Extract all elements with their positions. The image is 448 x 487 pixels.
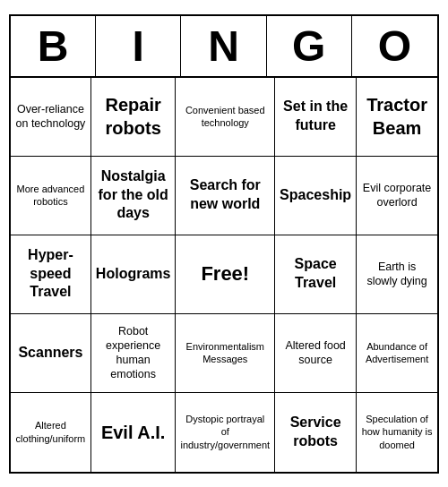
- bingo-cell-8: Spaceship: [275, 157, 357, 235]
- bingo-cell-15: Scanners: [11, 314, 91, 393]
- bingo-cell-12: Free!: [176, 235, 275, 314]
- bingo-cell-4: Tractor Beam: [357, 78, 437, 157]
- header-letter-G: G: [267, 16, 352, 76]
- bingo-cell-22: Dystopic portrayal of industry/governmen…: [176, 393, 275, 472]
- bingo-card: BINGO Over-reliance on technologyRepair …: [9, 14, 439, 474]
- bingo-cell-1: Repair robots: [91, 78, 177, 157]
- bingo-cell-19: Abundance of Advertisement: [357, 314, 437, 393]
- bingo-cell-17: Environmentalism Messages: [176, 314, 275, 393]
- bingo-cell-21: Evil A.I.: [91, 393, 177, 472]
- bingo-cell-24: Speculation of how humanity is doomed: [357, 393, 437, 472]
- bingo-cell-0: Over-reliance on technology: [11, 78, 91, 157]
- header-letter-N: N: [181, 16, 266, 76]
- bingo-cell-18: Altered food source: [275, 314, 357, 393]
- bingo-cell-9: Evil corporate overlord: [357, 157, 437, 235]
- bingo-cell-16: Robot experience human emotions: [91, 314, 177, 393]
- header-letter-I: I: [96, 16, 181, 76]
- bingo-cell-11: Holograms: [91, 235, 177, 314]
- bingo-cell-10: Hyper-speed Travel: [11, 235, 91, 314]
- bingo-header: BINGO: [11, 16, 437, 78]
- header-letter-B: B: [11, 16, 96, 76]
- bingo-cell-5: More advanced robotics: [11, 157, 91, 235]
- bingo-cell-23: Service robots: [275, 393, 357, 472]
- header-letter-O: O: [352, 16, 437, 76]
- bingo-cell-6: Nostalgia for the old days: [91, 157, 177, 235]
- bingo-cell-7: Search for new world: [176, 157, 275, 235]
- bingo-cell-2: Convenient based technology: [176, 78, 275, 157]
- bingo-cell-14: Earth is slowly dying: [357, 235, 437, 314]
- bingo-grid: Over-reliance on technologyRepair robots…: [11, 78, 437, 472]
- bingo-cell-3: Set in the future: [275, 78, 357, 157]
- bingo-cell-20: Altered clothing/uniform: [11, 393, 91, 472]
- bingo-cell-13: Space Travel: [275, 235, 357, 314]
